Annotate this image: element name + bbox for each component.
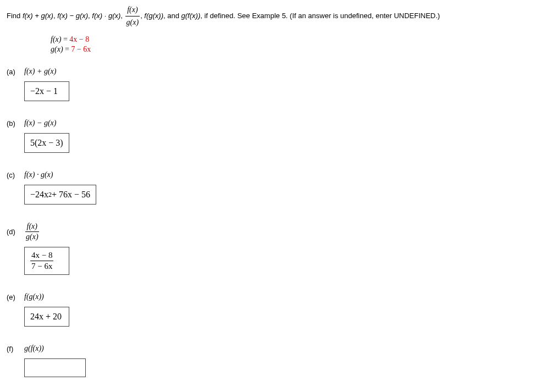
part-c-expr: f(x) · g(x) (24, 170, 53, 179)
part-f-label: (f) (7, 345, 24, 353)
instr-fraction: f(x) g(x) (125, 4, 141, 27)
instr-suffix: , if defined. See Example 5. (If an answ… (200, 12, 440, 20)
part-c: (c) f(x) · g(x) −24x2 + 76x − 56 (7, 170, 543, 205)
part-d-answer-fraction: 4x − 8 7 − 6x (30, 251, 53, 271)
part-d-label: (d) (7, 228, 24, 236)
given-g-val: 7 − 6x (71, 45, 91, 53)
part-d-answer-den: 7 − 6x (30, 261, 53, 271)
part-a-expr: f(x) + g(x) (24, 67, 56, 76)
part-a-label: (a) (7, 68, 24, 76)
part-e: (e) f(g(x)) 24x + 20 (7, 292, 543, 327)
instr-frac-den: g(x) (125, 16, 141, 28)
part-f: (f) g(f(x)) (7, 344, 543, 377)
part-e-answer-box[interactable]: 24x + 20 (24, 307, 69, 327)
given-f-lhs: f(x) (51, 35, 61, 43)
instr-prefix: Find (7, 12, 23, 20)
instr-e1: f(x) + g(x) (23, 12, 53, 20)
part-a-answer-box[interactable]: −2x − 1 (24, 81, 69, 101)
part-f-answer-box[interactable] (24, 358, 86, 377)
part-c-answer-post: + 76x − 56 (52, 190, 90, 200)
part-a: (a) f(x) + g(x) −2x − 1 (7, 67, 543, 101)
instr-e3: f(x) · g(x) (92, 12, 120, 20)
part-b: (b) f(x) − g(x) 5(2x − 3) (7, 119, 543, 153)
part-c-answer-box[interactable]: −24x2 + 76x − 56 (24, 185, 96, 205)
part-d-expr-den: g(x) (24, 232, 40, 241)
part-d-expr-fraction: f(x) g(x) (24, 222, 40, 241)
part-d-answer-num: 4x − 8 (30, 251, 53, 261)
part-e-expr: f(g(x)) (24, 292, 44, 301)
instr-e6: g(f(x)) (182, 12, 201, 20)
given-functions: f(x) = 4x − 8 g(x) = 7 − 6x (51, 35, 543, 54)
part-e-label: (e) (7, 293, 24, 301)
instr-e2: f(x) − g(x) (57, 12, 88, 20)
given-g-lhs: g(x) (51, 45, 63, 53)
part-f-expr: g(f(x)) (24, 344, 44, 353)
part-d: (d) f(x) g(x) 4x − 8 7 − 6x (7, 222, 543, 275)
part-b-expr: f(x) − g(x) (24, 119, 56, 128)
part-d-answer-box[interactable]: 4x − 8 7 − 6x (24, 247, 69, 275)
given-g-eq: = (63, 45, 72, 53)
part-b-label: (b) (7, 119, 24, 128)
instr-e6-prefix: , and (163, 12, 182, 20)
part-e-answer: 24x + 20 (30, 312, 62, 322)
part-c-label: (c) (7, 171, 24, 179)
part-a-answer: −2x − 1 (30, 86, 58, 96)
given-f-eq: = (61, 35, 69, 43)
part-b-answer: 5(2x − 3) (30, 138, 63, 148)
instruction: Find f(x) + g(x), f(x) − g(x), f(x) · g(… (7, 4, 543, 27)
given-g: g(x) = 7 − 6x (51, 45, 543, 54)
instr-frac-num: f(x) (125, 4, 139, 16)
instr-e5: f(g(x)) (144, 12, 163, 20)
given-f: f(x) = 4x − 8 (51, 35, 543, 44)
part-b-answer-box[interactable]: 5(2x − 3) (24, 133, 69, 153)
part-d-expr-num: f(x) (25, 222, 39, 232)
part-c-answer-pre: −24x (30, 190, 48, 200)
given-f-val: 4x − 8 (69, 35, 89, 43)
